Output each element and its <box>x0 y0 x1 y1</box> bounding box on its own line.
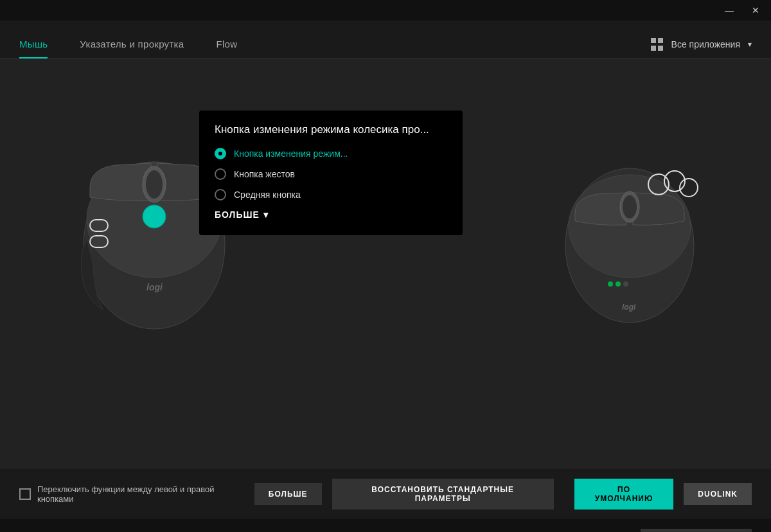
logi-logo: logi <box>19 529 46 533</box>
main-content: logi logi Кнопк <box>0 59 771 468</box>
title-bar: — ✕ <box>0 0 771 21</box>
tab-mouse[interactable]: Мышь <box>19 39 48 58</box>
option-label-mode-change: Кнопка изменения режим... <box>234 148 348 159</box>
more-chevron-icon: ▾ <box>263 209 269 220</box>
footer-right: ★ ВАШИ УСТРОЙСТВА <box>594 529 752 532</box>
svg-point-4 <box>143 205 166 228</box>
restore-button[interactable]: ВОССТАНОВИТЬ СТАНДАРТНЫЕ ПАРАМЕТРЫ <box>332 479 554 510</box>
close-button[interactable]: ✕ <box>748 4 763 17</box>
tab-pointer[interactable]: Указатель и прокрутка <box>80 39 184 58</box>
svg-text:logi: logi <box>622 303 636 312</box>
duolink-button[interactable]: DUOLINK <box>684 483 752 505</box>
dropdown-option-middle[interactable]: Средняя кнопка <box>215 189 447 200</box>
radio-unselected-middle <box>215 189 226 200</box>
mouse-right: logi <box>540 123 720 329</box>
radio-selected <box>215 148 226 159</box>
bottom-bar: Переключить функции между левой и правой… <box>0 468 771 519</box>
dropdown-popup: Кнопка изменения режима колесика про... … <box>199 111 463 235</box>
svg-text:logi: logi <box>146 282 163 292</box>
radio-unselected-gesture <box>215 168 226 180</box>
footer: logi Wireless Mouse MX Master 2S ★ ВАШИ … <box>0 519 771 532</box>
svg-point-14 <box>623 195 637 218</box>
nav-tabs: Мышь Указатель и прокрутка Flow <box>19 39 651 58</box>
svg-point-15 <box>608 281 613 287</box>
svg-point-17 <box>623 281 628 287</box>
option-label-gesture: Кнопка жестов <box>234 169 295 179</box>
apps-label[interactable]: Все приложения <box>671 39 740 49</box>
swap-buttons-checkbox[interactable] <box>19 488 31 500</box>
svg-point-3 <box>146 170 163 199</box>
chevron-down-icon: ▾ <box>748 40 752 49</box>
more-label: БОЛЬШЕ <box>215 209 260 220</box>
option-label-middle: Средняя кнопка <box>234 190 301 200</box>
tab-flow[interactable]: Flow <box>216 39 237 58</box>
more-button[interactable]: БОЛЬШЕ <box>254 483 322 505</box>
dropdown-more-button[interactable]: БОЛЬШЕ ▾ <box>215 209 447 220</box>
dropdown-option-gesture[interactable]: Кнопка жестов <box>215 168 447 180</box>
dropdown-title: Кнопка изменения режима колесика про... <box>215 123 447 136</box>
default-button[interactable]: ПО УМОЛЧАНИЮ <box>574 479 674 510</box>
minimize-button[interactable]: — <box>721 4 738 17</box>
nav-bar: Мышь Указатель и прокрутка Flow Все прил… <box>0 21 771 59</box>
nav-right: Все приложения ▾ <box>651 38 752 58</box>
checkbox-group: Переключить функции между левой и правой… <box>19 484 244 504</box>
grid-icon[interactable] <box>651 38 664 51</box>
svg-point-16 <box>616 281 621 287</box>
swap-buttons-label: Переключить функции между левой и правой… <box>37 484 244 504</box>
svg-point-9 <box>569 175 691 278</box>
dropdown-option-mode-change[interactable]: Кнопка изменения режим... <box>215 148 447 159</box>
devices-button[interactable]: ВАШИ УСТРОЙСТВА <box>641 529 752 532</box>
